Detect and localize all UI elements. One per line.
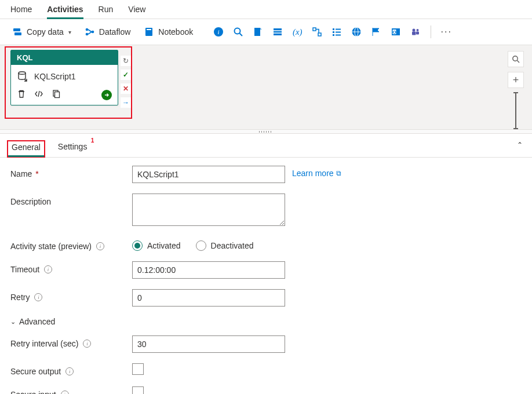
top-nav: Home Activities Run View: [0, 0, 532, 19]
info-icon[interactable]: i: [210, 24, 227, 40]
svg-rect-21: [333, 34, 334, 36]
nav-home[interactable]: Home: [10, 5, 32, 19]
svg-rect-15: [313, 28, 316, 31]
svg-rect-19: [333, 31, 334, 33]
delete-icon[interactable]: [17, 89, 26, 100]
advanced-label: Advanced: [19, 317, 55, 326]
table-icon[interactable]: [269, 24, 286, 40]
svg-rect-16: [318, 33, 321, 36]
success-status-icon[interactable]: ✓: [121, 70, 131, 80]
svg-point-2: [86, 28, 89, 31]
info-icon[interactable]: i: [44, 265, 52, 273]
svg-rect-32: [416, 32, 419, 35]
deactivated-label: Deactivated: [211, 241, 254, 250]
settings-badge: 1: [91, 137, 94, 144]
timeout-input[interactable]: [132, 261, 285, 279]
chevron-down-icon: ▾: [68, 29, 71, 35]
notebook-icon: [143, 26, 155, 38]
chevron-down-icon: ⌄: [10, 318, 16, 326]
dataflow-icon: [84, 26, 96, 38]
nav-view[interactable]: View: [128, 5, 145, 19]
toolbar-separator: [431, 25, 431, 38]
activated-radio[interactable]: Activated: [132, 240, 181, 251]
tab-general[interactable]: General: [7, 140, 45, 158]
info-icon[interactable]: i: [61, 391, 69, 394]
outlook-icon[interactable]: O: [388, 24, 404, 40]
svg-rect-35: [55, 92, 60, 98]
learn-more-link[interactable]: Learn more ⧉: [292, 166, 341, 178]
nav-activities[interactable]: Activities: [47, 5, 83, 19]
properties-panel: General Settings 1 ⌃ Name * Learn more ⧉…: [0, 134, 532, 394]
svg-line-10: [240, 34, 243, 37]
svg-rect-18: [336, 29, 341, 30]
retry-status-icon[interactable]: ↻: [121, 56, 131, 66]
advanced-toggle[interactable]: ⌄ Advanced: [10, 317, 522, 326]
svg-text:O: O: [393, 30, 396, 35]
tab-settings-label: Settings: [58, 142, 88, 151]
resize-handle[interactable]: [0, 129, 532, 134]
secure-input-checkbox[interactable]: [132, 386, 144, 394]
notebook-label: Notebook: [158, 27, 193, 37]
activity-state-label: Activity state (preview): [10, 242, 92, 251]
copy-icon[interactable]: [52, 89, 61, 100]
pipeline-icon[interactable]: [309, 24, 325, 40]
retry-interval-input[interactable]: [132, 335, 285, 353]
teams-icon[interactable]: [407, 24, 424, 40]
tab-settings[interactable]: Settings 1: [56, 140, 90, 157]
svg-text:i: i: [218, 28, 220, 35]
toolbar: Copy data ▾ Dataflow Notebook i (x): [0, 19, 532, 45]
svg-rect-31: [412, 32, 416, 35]
required-indicator: *: [35, 169, 38, 178]
svg-line-37: [517, 60, 519, 63]
canvas-scroll-indicator: [515, 93, 516, 129]
notebook-button[interactable]: Notebook: [139, 24, 198, 40]
name-label: Name: [10, 169, 32, 178]
error-status-icon[interactable]: ✕: [121, 83, 131, 94]
copy-data-button[interactable]: Copy data ▾: [7, 24, 76, 40]
next-status-icon[interactable]: →: [121, 97, 131, 108]
name-input[interactable]: [132, 166, 285, 183]
svg-rect-1: [14, 32, 21, 35]
globe-icon[interactable]: [348, 24, 365, 40]
code-icon[interactable]: [34, 89, 43, 100]
run-icon[interactable]: [101, 90, 112, 100]
external-link-icon: ⧉: [336, 169, 341, 177]
variable-icon[interactable]: (x): [289, 24, 305, 40]
secure-input-label: Secure input: [10, 390, 56, 394]
activity-card[interactable]: KQL KQLScript1: [10, 50, 118, 105]
secure-output-checkbox[interactable]: [132, 363, 144, 375]
svg-rect-0: [13, 28, 20, 31]
description-input[interactable]: [132, 194, 285, 226]
svg-point-9: [235, 28, 241, 34]
info-icon[interactable]: i: [96, 242, 104, 250]
canvas-add-icon[interactable]: +: [508, 72, 524, 88]
dataflow-button[interactable]: Dataflow: [79, 24, 135, 40]
list-icon[interactable]: [329, 24, 345, 40]
svg-rect-11: [254, 28, 260, 36]
props-tablist: General Settings 1 ⌃: [0, 134, 532, 158]
search-icon[interactable]: [230, 24, 246, 40]
svg-rect-22: [336, 35, 341, 36]
script-icon[interactable]: [250, 24, 266, 40]
svg-point-4: [92, 31, 94, 34]
secure-output-label: Secure output: [10, 367, 61, 376]
flag-icon[interactable]: [368, 24, 384, 40]
deactivated-radio[interactable]: Deactivated: [196, 240, 254, 251]
svg-rect-17: [333, 28, 334, 30]
collapse-panel-icon[interactable]: ⌃: [517, 141, 523, 149]
copy-data-label: Copy data: [27, 27, 64, 37]
retry-label: Retry: [10, 293, 30, 302]
info-icon[interactable]: i: [83, 340, 91, 348]
info-icon[interactable]: i: [34, 293, 42, 301]
status-strip: ↻ ✓ ✕ →: [121, 56, 131, 108]
more-button[interactable]: ···: [438, 24, 454, 40]
activated-label: Activated: [147, 241, 181, 250]
canvas-search-icon[interactable]: [508, 51, 524, 67]
nav-run[interactable]: Run: [99, 5, 114, 19]
retry-input[interactable]: [132, 289, 285, 307]
copy-data-icon: [12, 26, 23, 38]
learn-more-label: Learn more: [292, 169, 334, 178]
info-icon[interactable]: i: [65, 367, 74, 375]
svg-point-33: [19, 72, 25, 75]
canvas[interactable]: KQL KQLScript1: [0, 45, 532, 129]
